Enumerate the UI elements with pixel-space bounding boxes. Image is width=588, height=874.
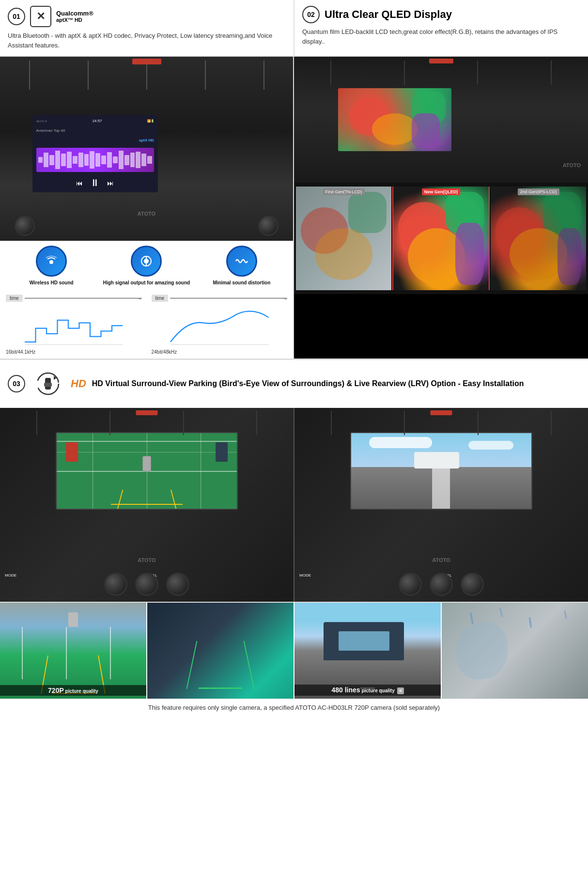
section-03-title: HD Virtual Surround-View Parking (Bird's… <box>92 378 524 389</box>
stereo-controls: ⏮ ⏸ ⏭ <box>36 177 155 188</box>
parking-left-image: MODE DUAL ATOTO <box>0 408 294 602</box>
chart-svg-16bit <box>6 304 142 347</box>
camera-img-3: 480 lines picture quality ✕ <box>294 603 442 699</box>
time-label-2: time <box>152 295 169 302</box>
badge-wireless-label: Wireless HD sound <box>30 280 74 286</box>
qled-car-image: ATOTO <box>294 57 588 183</box>
car-stereo-image: ◁ ○ □ ☆ 14:57 📶🔋 American Top 40 aptX HD <box>0 57 293 241</box>
section-01-title-row: 01 ✕ Qualcomm® aptX™ HD <box>8 6 286 27</box>
ips-display-image <box>491 187 586 290</box>
qled-watermark: ATOTO <box>563 162 581 168</box>
cam-480-label: 480 lines picture quality ✕ <box>294 685 441 696</box>
chart-16bit: time → 16bit/44.1kHz <box>6 295 142 355</box>
disclaimer-text: This feature requires only single camera… <box>0 699 588 716</box>
svg-rect-4 <box>146 264 147 266</box>
main-content: ◁ ○ □ ☆ 14:57 📶🔋 American Top 40 aptX HD <box>0 57 588 360</box>
section-02-title-row: 02 Ultra Clear QLED Display <box>302 6 580 23</box>
badge-signal-label: High signal output for amazing sound <box>103 280 190 286</box>
section-03-number: 03 <box>8 375 25 392</box>
atoto-watermark: ATOTO <box>138 211 155 217</box>
camera-img-4 <box>442 603 588 699</box>
left-knobs <box>104 573 189 596</box>
cam-x-button[interactable]: ✕ <box>397 687 404 694</box>
stereo-screen: ◁ ○ □ ☆ 14:57 📶🔋 American Top 40 aptX HD <box>32 115 158 192</box>
svg-rect-3 <box>146 256 147 259</box>
section-03-header: 03 HD HD Virtual Surround-View Parking (… <box>0 360 588 408</box>
waveform-charts-area: time → 16bit/44.1kHz time → <box>0 291 293 359</box>
parking-right-image: MODE DUAL ATOTO <box>294 408 588 602</box>
surround-view-svg <box>32 368 63 399</box>
badge-distortion-icon <box>226 246 257 277</box>
audio-waveform <box>36 148 155 172</box>
aptx-label: aptX HD <box>36 138 155 142</box>
section-02-number: 02 <box>302 6 320 23</box>
left-column: ◁ ○ □ ☆ 14:57 📶🔋 American Top 40 aptX HD <box>0 57 294 359</box>
badge-signal-icon <box>131 246 162 277</box>
ips-display-col: 2nd Gen(IPS-LCD) <box>491 187 586 290</box>
road-view-display <box>351 433 531 509</box>
mode-label-right: MODE <box>299 573 311 577</box>
camera-img-1: 720P picture quality <box>0 603 147 699</box>
mode-label-left: MODE <box>5 573 16 577</box>
top-header-row: 01 ✕ Qualcomm® aptX™ HD Ultra Bluetooth … <box>0 0 588 57</box>
tn-display-image <box>296 187 391 290</box>
stereo-topbar: ◁ ○ □ ☆ 14:57 📶🔋 <box>36 119 155 123</box>
section-02-title: Ultra Clear QLED Display <box>325 8 452 21</box>
qled-display-image <box>393 187 489 290</box>
parking-left-watermark: ATOTO <box>138 557 155 563</box>
parking-camera-screen-left <box>56 432 238 510</box>
camera-img-2 <box>147 603 294 699</box>
badge-signal: High signal output for amazing sound <box>99 246 194 286</box>
section-01-number: 01 <box>8 8 25 25</box>
badge-wireless-icon <box>36 246 67 277</box>
badge-distortion: Minimal sound distortion <box>194 246 289 286</box>
qled-label: New Gen(QLED) <box>422 188 461 195</box>
svg-rect-9 <box>44 383 52 387</box>
right-column: ATOTO First Gen(TN-LCD) <box>294 57 588 359</box>
right-knobs <box>399 573 484 596</box>
svg-point-0 <box>49 260 53 264</box>
parking-view-section: MODE DUAL ATOTO <box>0 408 588 602</box>
tn-display-col: First Gen(TN-LCD) <box>296 187 391 290</box>
section-02-desc: Quantum film LED-backlit LCD tech,great … <box>302 27 580 46</box>
qualcomm-logo: ✕ <box>30 6 51 27</box>
chart-24bit: time → 24bit/48kHz <box>152 295 288 355</box>
surround-view-icon <box>31 367 65 401</box>
sound-badges: Wireless HD sound High signal output for… <box>0 241 293 291</box>
cam-720p-label: 720P picture quality <box>0 685 146 696</box>
qled-screen <box>338 88 451 151</box>
qualcomm-x-icon: ✕ <box>30 6 51 27</box>
svg-point-2 <box>144 259 149 264</box>
qled-display-col: New Gen(QLED) <box>392 187 490 290</box>
bitrate-label-2: 24bit/48kHz <box>152 349 288 355</box>
tn-label: First Gen(TN-LCD) <box>323 188 365 195</box>
section-02-header: 02 Ultra Clear QLED Display Quantum film… <box>294 0 588 56</box>
section-01-header: 01 ✕ Qualcomm® aptX™ HD Ultra Bluetooth … <box>0 0 294 56</box>
section-01-desc: Ultra Bluetooth - with aptX & aptX HD co… <box>8 31 286 50</box>
badge-wireless-hd: Wireless HD sound <box>4 246 99 286</box>
display-comparison: First Gen(TN-LCD) New Gen(QLED) <box>294 183 588 294</box>
hd-label: HD <box>71 377 86 390</box>
bitrate-label-1: 16bit/44.1kHz <box>6 349 142 355</box>
station-label: American Top 40 <box>36 128 155 133</box>
badge-distortion-label: Minimal sound distortion <box>213 280 270 286</box>
parking-right-watermark: ATOTO <box>432 557 450 563</box>
camera-comparison-row: 720P picture quality 480 lines picture q… <box>0 602 588 699</box>
parking-camera-screen-right <box>350 432 532 510</box>
ips-label: 2nd Gen(IPS-LCD) <box>517 188 559 195</box>
qualcomm-text: Qualcomm® aptX™ HD <box>56 10 93 24</box>
time-label-1: time <box>6 295 23 302</box>
chart-svg-24bit <box>152 304 288 347</box>
